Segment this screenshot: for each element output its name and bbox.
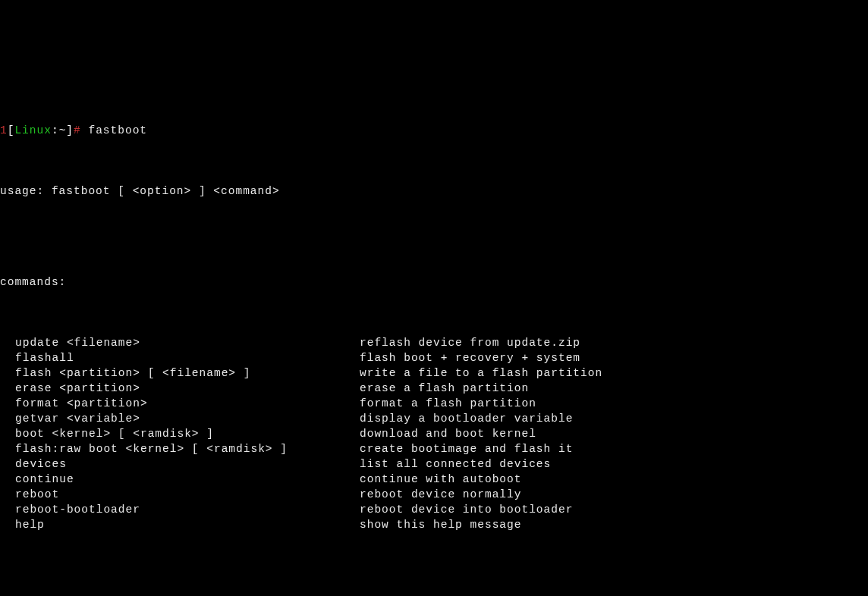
commands-header: commands: [0, 274, 868, 290]
help-row-syntax: boot <kernel> [ <ramdisk> ] [0, 426, 360, 441]
help-row-description: reboot device into bootloader [360, 502, 868, 517]
help-row: deviceslist all connected devices [0, 456, 868, 472]
help-row-syntax: continue [0, 472, 360, 487]
help-row: format <partition>format a flash partiti… [0, 396, 868, 411]
help-row: boot <kernel> [ <ramdisk> ]download and … [0, 426, 868, 441]
help-row-syntax: flash:raw boot <kernel> [ <ramdisk> ] [0, 441, 360, 456]
help-row-syntax: help [0, 517, 360, 532]
prompt-cwd: ~ [59, 124, 67, 136]
prompt-lbracket: [ [8, 124, 15, 136]
help-row-description: show this help message [360, 517, 868, 532]
prompt-rbracket: ] [66, 124, 74, 136]
prompt-colon: : [52, 124, 59, 136]
blank-line [0, 229, 868, 244]
help-row-syntax: erase <partition> [0, 381, 360, 396]
prompt-host: Linux [14, 124, 52, 136]
typed-command: fastboot [88, 124, 147, 136]
help-row: rebootreboot device normally [0, 487, 868, 502]
help-row-description: format a flash partition [360, 396, 868, 411]
help-row: getvar <variable>display a bootloader va… [0, 411, 868, 426]
help-row-syntax: reboot [0, 487, 360, 502]
help-row-description: reflash device from update.zip [360, 335, 868, 350]
help-row-syntax: getvar <variable> [0, 411, 360, 426]
help-row-syntax: reboot-bootloader [0, 502, 360, 517]
help-row-syntax: flash <partition> [ <filename> ] [0, 365, 360, 381]
help-row: flashallflash boot + recovery + system [0, 350, 868, 365]
prompt-number: 1 [0, 124, 8, 136]
help-row-description: continue with autoboot [360, 472, 868, 487]
help-row-description: flash boot + recovery + system [360, 350, 868, 365]
help-row: flash <partition> [ <filename> ]write a … [0, 365, 868, 381]
help-row-syntax: flashall [0, 350, 360, 365]
help-row-description: erase a flash partition [360, 381, 868, 396]
prompt-hash: # [74, 124, 81, 136]
usage-line: usage: fastboot [ <option> ] <command> [0, 184, 868, 199]
help-row: flash:raw boot <kernel> [ <ramdisk> ]cre… [0, 441, 868, 456]
help-row-description: create bootimage and flash it [360, 441, 868, 456]
help-row-syntax: devices [0, 456, 360, 472]
help-row: update <filename>reflash device from upd… [0, 335, 868, 350]
help-row-description: download and boot kernel [360, 426, 868, 441]
prompt-line[interactable]: 1[Linux:~]# fastboot [0, 123, 868, 138]
help-row-syntax: update <filename> [0, 335, 360, 350]
blank-line [0, 578, 868, 593]
terminal-output: 1[Linux:~]# fastboot usage: fastboot [ <… [0, 62, 868, 596]
commands-list: update <filename>reflash device from upd… [0, 335, 868, 532]
help-row-description: write a file to a flash partition [360, 365, 868, 381]
help-row: erase <partition>erase a flash partition [0, 381, 868, 396]
help-row-description: list all connected devices [360, 456, 868, 472]
help-row-description: reboot device normally [360, 487, 868, 502]
help-row: reboot-bootloaderreboot device into boot… [0, 502, 868, 517]
help-row: helpshow this help message [0, 517, 868, 532]
help-row-description: display a bootloader variable [360, 411, 868, 426]
help-row: continuecontinue with autoboot [0, 472, 868, 487]
help-row-syntax: format <partition> [0, 396, 360, 411]
